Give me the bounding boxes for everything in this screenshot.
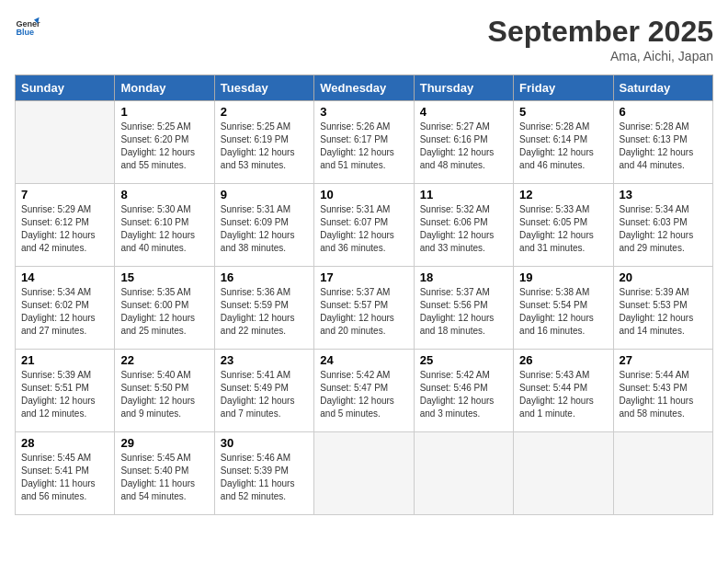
day-info: Sunrise: 5:38 AM Sunset: 5:54 PM Dayligh…	[519, 286, 607, 338]
day-header-wednesday: Wednesday	[314, 75, 414, 101]
day-header-friday: Friday	[514, 75, 613, 101]
calendar-cell: 26Sunrise: 5:43 AM Sunset: 5:44 PM Dayli…	[514, 350, 613, 432]
calendar-cell	[514, 432, 613, 515]
calendar-cell: 4Sunrise: 5:27 AM Sunset: 6:16 PM Daylig…	[414, 101, 513, 184]
calendar-cell: 14Sunrise: 5:34 AM Sunset: 6:02 PM Dayli…	[16, 267, 115, 350]
day-info: Sunrise: 5:39 AM Sunset: 5:53 PM Dayligh…	[620, 286, 707, 338]
day-number: 8	[120, 188, 208, 201]
logo-icon: General Blue	[15, 15, 40, 40]
calendar-cell: 21Sunrise: 5:39 AM Sunset: 5:51 PM Dayli…	[16, 350, 115, 432]
calendar-cell: 2Sunrise: 5:25 AM Sunset: 6:19 PM Daylig…	[214, 101, 313, 184]
calendar-cell: 12Sunrise: 5:33 AM Sunset: 6:05 PM Dayli…	[514, 184, 613, 267]
calendar-cell: 13Sunrise: 5:34 AM Sunset: 6:03 PM Dayli…	[613, 184, 712, 267]
calendar-header-row: SundayMondayTuesdayWednesdayThursdayFrid…	[16, 75, 713, 101]
calendar-cell: 11Sunrise: 5:32 AM Sunset: 6:06 PM Dayli…	[414, 184, 513, 267]
day-info: Sunrise: 5:41 AM Sunset: 5:49 PM Dayligh…	[221, 369, 308, 420]
calendar-cell: 5Sunrise: 5:28 AM Sunset: 6:14 PM Daylig…	[514, 101, 613, 184]
day-number: 3	[320, 105, 407, 119]
calendar-cell: 8Sunrise: 5:30 AM Sunset: 6:10 PM Daylig…	[115, 184, 214, 267]
day-header-tuesday: Tuesday	[214, 75, 313, 101]
calendar-cell: 22Sunrise: 5:40 AM Sunset: 5:50 PM Dayli…	[115, 350, 214, 432]
day-number: 1	[120, 105, 208, 119]
day-number: 9	[221, 188, 308, 201]
day-header-thursday: Thursday	[414, 75, 513, 101]
calendar-cell: 15Sunrise: 5:35 AM Sunset: 6:00 PM Dayli…	[115, 267, 214, 350]
calendar-cell: 16Sunrise: 5:36 AM Sunset: 5:59 PM Dayli…	[214, 267, 313, 350]
day-number: 21	[21, 353, 108, 367]
day-number: 12	[519, 188, 607, 201]
day-number: 13	[620, 188, 707, 201]
day-info: Sunrise: 5:37 AM Sunset: 5:56 PM Dayligh…	[420, 286, 507, 338]
day-info: Sunrise: 5:31 AM Sunset: 6:09 PM Dayligh…	[221, 203, 308, 255]
day-info: Sunrise: 5:39 AM Sunset: 5:51 PM Dayligh…	[21, 369, 108, 420]
day-number: 15	[120, 270, 208, 284]
location-subtitle: Ama, Aichi, Japan	[488, 49, 713, 63]
page-header: General Blue September 2025 Ama, Aichi, …	[15, 15, 713, 63]
day-number: 7	[21, 188, 108, 201]
day-info: Sunrise: 5:32 AM Sunset: 6:06 PM Dayligh…	[420, 203, 507, 255]
day-number: 30	[221, 436, 308, 450]
day-info: Sunrise: 5:36 AM Sunset: 5:59 PM Dayligh…	[221, 286, 308, 338]
day-number: 27	[620, 353, 707, 367]
calendar-cell	[314, 432, 414, 515]
calendar-cell: 29Sunrise: 5:45 AM Sunset: 5:40 PM Dayli…	[115, 432, 214, 515]
calendar-cell	[414, 432, 513, 515]
day-number: 25	[420, 353, 507, 367]
calendar-cell: 17Sunrise: 5:37 AM Sunset: 5:57 PM Dayli…	[314, 267, 414, 350]
day-info: Sunrise: 5:25 AM Sunset: 6:20 PM Dayligh…	[120, 121, 208, 172]
day-number: 20	[620, 270, 707, 284]
week-row-4: 28Sunrise: 5:45 AM Sunset: 5:41 PM Dayli…	[16, 432, 713, 515]
calendar-cell	[16, 101, 115, 184]
day-info: Sunrise: 5:28 AM Sunset: 6:14 PM Dayligh…	[519, 121, 607, 172]
day-number: 6	[620, 105, 707, 119]
calendar-table: SundayMondayTuesdayWednesdayThursdayFrid…	[15, 75, 713, 515]
title-block: September 2025 Ama, Aichi, Japan	[488, 15, 713, 63]
day-info: Sunrise: 5:37 AM Sunset: 5:57 PM Dayligh…	[320, 286, 407, 338]
week-row-2: 14Sunrise: 5:34 AM Sunset: 6:02 PM Dayli…	[16, 267, 713, 350]
calendar-cell	[613, 432, 712, 515]
day-number: 5	[519, 105, 607, 119]
day-info: Sunrise: 5:31 AM Sunset: 6:07 PM Dayligh…	[320, 203, 407, 255]
day-info: Sunrise: 5:42 AM Sunset: 5:46 PM Dayligh…	[420, 369, 507, 420]
day-info: Sunrise: 5:27 AM Sunset: 6:16 PM Dayligh…	[420, 121, 507, 172]
day-number: 11	[420, 188, 507, 201]
calendar-cell: 19Sunrise: 5:38 AM Sunset: 5:54 PM Dayli…	[514, 267, 613, 350]
week-row-1: 7Sunrise: 5:29 AM Sunset: 6:12 PM Daylig…	[16, 184, 713, 267]
calendar-cell: 6Sunrise: 5:28 AM Sunset: 6:13 PM Daylig…	[613, 101, 712, 184]
day-number: 18	[420, 270, 507, 284]
day-number: 14	[21, 270, 108, 284]
day-info: Sunrise: 5:42 AM Sunset: 5:47 PM Dayligh…	[320, 369, 407, 420]
calendar-cell: 23Sunrise: 5:41 AM Sunset: 5:49 PM Dayli…	[214, 350, 313, 432]
day-number: 19	[519, 270, 607, 284]
day-number: 23	[221, 353, 308, 367]
day-info: Sunrise: 5:26 AM Sunset: 6:17 PM Dayligh…	[320, 121, 407, 172]
day-info: Sunrise: 5:29 AM Sunset: 6:12 PM Dayligh…	[21, 203, 108, 255]
day-number: 10	[320, 188, 407, 201]
day-number: 2	[221, 105, 308, 119]
calendar-cell: 20Sunrise: 5:39 AM Sunset: 5:53 PM Dayli…	[613, 267, 712, 350]
calendar-cell: 1Sunrise: 5:25 AM Sunset: 6:20 PM Daylig…	[115, 101, 214, 184]
day-number: 29	[120, 436, 208, 450]
day-info: Sunrise: 5:25 AM Sunset: 6:19 PM Dayligh…	[221, 121, 308, 172]
day-number: 26	[519, 353, 607, 367]
calendar-cell: 10Sunrise: 5:31 AM Sunset: 6:07 PM Dayli…	[314, 184, 414, 267]
calendar-cell: 25Sunrise: 5:42 AM Sunset: 5:46 PM Dayli…	[414, 350, 513, 432]
day-info: Sunrise: 5:40 AM Sunset: 5:50 PM Dayligh…	[120, 369, 208, 420]
svg-text:Blue: Blue	[16, 28, 34, 37]
day-info: Sunrise: 5:46 AM Sunset: 5:39 PM Dayligh…	[221, 452, 308, 503]
day-info: Sunrise: 5:30 AM Sunset: 6:10 PM Dayligh…	[120, 203, 208, 255]
day-info: Sunrise: 5:35 AM Sunset: 6:00 PM Dayligh…	[120, 286, 208, 338]
calendar-cell: 3Sunrise: 5:26 AM Sunset: 6:17 PM Daylig…	[314, 101, 414, 184]
day-header-saturday: Saturday	[613, 75, 712, 101]
day-info: Sunrise: 5:28 AM Sunset: 6:13 PM Dayligh…	[620, 121, 707, 172]
day-number: 28	[21, 436, 108, 450]
day-info: Sunrise: 5:45 AM Sunset: 5:41 PM Dayligh…	[21, 452, 108, 503]
day-info: Sunrise: 5:34 AM Sunset: 6:03 PM Dayligh…	[620, 203, 707, 255]
calendar-cell: 28Sunrise: 5:45 AM Sunset: 5:41 PM Dayli…	[16, 432, 115, 515]
day-number: 17	[320, 270, 407, 284]
calendar-body: 1Sunrise: 5:25 AM Sunset: 6:20 PM Daylig…	[16, 101, 713, 515]
day-number: 22	[120, 353, 208, 367]
week-row-3: 21Sunrise: 5:39 AM Sunset: 5:51 PM Dayli…	[16, 350, 713, 432]
day-header-monday: Monday	[115, 75, 214, 101]
calendar-cell: 18Sunrise: 5:37 AM Sunset: 5:56 PM Dayli…	[414, 267, 513, 350]
